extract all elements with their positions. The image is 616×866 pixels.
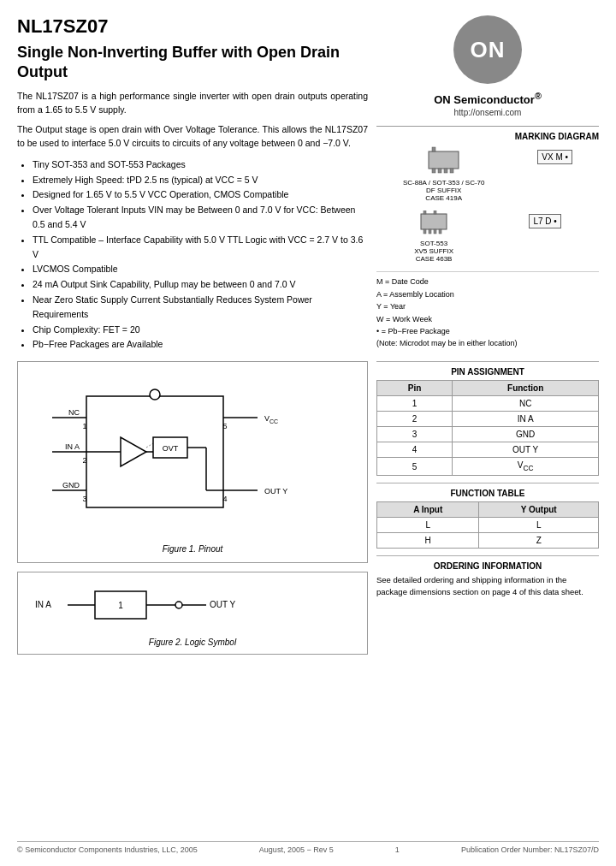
bullet-5: TTL Compatible – Interface Capability wi… <box>33 233 368 262</box>
description-2: The Output stage is open drain with Over… <box>17 123 368 151</box>
footer-date: August, 2005 − Rev 5 <box>259 845 334 854</box>
package-sot553-name: SOT-553 <box>420 240 447 247</box>
func-row-1-input: L <box>377 518 479 533</box>
svg-text:IN A: IN A <box>65 442 80 451</box>
marking-code-2: L7 D • <box>529 211 560 228</box>
marking-section: MARKING DIAGRAM <box>376 126 599 349</box>
company-website: http://onsemi.com <box>454 108 522 117</box>
bullet-1: Tiny SOT-353 and SOT-553 Packages <box>33 157 368 172</box>
table-row: L L <box>377 518 599 533</box>
part-number: NL17SZ07 <box>17 15 368 38</box>
bullet-8: Near Zero Static Supply Current Substant… <box>33 293 368 322</box>
svg-text:1: 1 <box>118 601 123 610</box>
pin-1-func: NC <box>453 396 599 412</box>
marking-title: MARKING DIAGRAM <box>376 132 599 141</box>
func-row-1-output: L <box>479 518 599 533</box>
pin-5-num: 5 <box>377 458 453 476</box>
svg-rect-1 <box>432 169 435 173</box>
func-row-2-input: H <box>377 533 479 549</box>
table-row: 2 IN A <box>377 412 599 427</box>
package-sc88: SC-88A / SOT-353 / SC-70 DF SUFFIX CASE … <box>403 146 485 202</box>
svg-rect-12 <box>434 211 436 214</box>
svg-text:OVT: OVT <box>163 444 179 453</box>
func-row-2-output: Z <box>479 533 599 549</box>
logic-symbol-diagram: IN A 1 OUT Y Figure 2. Logic Symbol <box>17 572 368 655</box>
svg-text:OUT Y: OUT Y <box>264 487 287 495</box>
pin-3-func: GND <box>453 427 599 442</box>
pin-3-num: 3 <box>377 427 453 442</box>
svg-rect-10 <box>439 229 441 234</box>
legend-line-5: • = Pb−Free Package <box>376 325 599 337</box>
youtput-col-header: Y Output <box>479 502 599 518</box>
pinout-svg: NC 1 IN A 2 GND 3 OUT Y 4 VCC <box>27 371 292 537</box>
table-row: 4 OUT Y <box>377 442 599 458</box>
bullet-6: LVCMOS Compatible <box>33 262 368 276</box>
svg-rect-7 <box>424 229 426 234</box>
svg-rect-3 <box>444 169 447 173</box>
page-footer: © Semiconductor Components Industries, L… <box>17 841 599 854</box>
function-table-title: FUNCTION TABLE <box>376 483 599 498</box>
package-sc88-suffix: DF SUFFIX <box>426 187 461 194</box>
marking-packages-2: SOT-553 XV5 SUFFIX CASE 463B L7 D • <box>376 211 599 263</box>
svg-rect-0 <box>429 151 459 169</box>
svg-text:2: 2 <box>82 456 86 465</box>
pinout-diagram: NC 1 IN A 2 GND 3 OUT Y 4 VCC <box>17 361 368 563</box>
on-semi-logo: ON <box>453 15 522 84</box>
svg-text:VCC: VCC <box>264 414 278 424</box>
ordering-text: See detailed ordering and shipping infor… <box>376 574 599 599</box>
pin-assignment-title: PIN ASSIGNMENT <box>376 361 599 377</box>
function-table: A Input Y Output L L H Z <box>376 501 599 549</box>
svg-text:4: 4 <box>222 495 227 503</box>
table-row: 5 VCC <box>377 458 599 476</box>
svg-rect-2 <box>438 169 441 173</box>
table-row: H Z <box>377 533 599 549</box>
package-sc88-case: CASE 419A <box>425 194 462 202</box>
legend-line-2: A = Assembly Location <box>376 288 599 300</box>
ainput-col-header: A Input <box>377 502 479 518</box>
pin-assignment-table: Pin Function 1 NC 2 IN A 3 GND <box>376 380 599 476</box>
bullet-9: Chip Complexity: FET = 20 <box>33 323 368 337</box>
pin-4-num: 4 <box>377 442 453 458</box>
legend-line-1: M = Date Code <box>376 276 599 288</box>
svg-rect-9 <box>434 229 436 234</box>
features-list: Tiny SOT-353 and SOT-553 Packages Extrem… <box>17 157 368 352</box>
svg-rect-4 <box>450 169 453 173</box>
part-title: Single Non-Inverting Buffer with Open Dr… <box>17 43 368 83</box>
package-sot553: SOT-553 XV5 SUFFIX CASE 463B <box>414 211 453 263</box>
footer-copyright: © Semiconductor Components Industries, L… <box>17 845 198 854</box>
legend-line-4: W = Work Week <box>376 313 599 325</box>
sc88-package-drawing <box>424 146 463 175</box>
table-row: 1 NC <box>377 396 599 412</box>
marking-code-box-2: L7 D • <box>529 214 560 228</box>
svg-point-29 <box>150 389 160 400</box>
svg-text:GND: GND <box>62 481 80 489</box>
package-sot553-suffix: XV5 SUFFIX <box>414 247 453 255</box>
marking-code-1: VX M • <box>537 146 572 164</box>
pin-4-func: OUT Y <box>453 442 599 458</box>
footer-publication: Publication Order Number: NL17SZ07/D <box>461 845 599 854</box>
legend-line-6: (Note: Microdot may be in either locatio… <box>376 337 599 349</box>
logic-symbol-title: Figure 2. Logic Symbol <box>27 638 358 647</box>
pin-2-num: 2 <box>377 412 453 427</box>
on-logo-text: ON <box>471 37 506 63</box>
svg-rect-6 <box>421 214 447 229</box>
logic-symbol-svg: IN A 1 OUT Y <box>27 579 275 631</box>
svg-point-44 <box>175 602 182 608</box>
sot553-package-drawing <box>418 211 450 236</box>
svg-text:5: 5 <box>222 422 227 430</box>
svg-rect-5 <box>432 147 435 151</box>
bullet-10: Pb−Free Packages are Available <box>33 337 368 352</box>
svg-rect-11 <box>424 211 426 214</box>
bullet-2: Extremely High Speed: tPD 2.5 ns (typica… <box>33 173 368 187</box>
pin-2-func: IN A <box>453 412 599 427</box>
company-name: ON Semiconductor® <box>434 91 542 106</box>
package-sot553-case: CASE 463B <box>416 255 453 263</box>
bullet-7: 24 mA Output Sink Capability, Pullup may… <box>33 277 368 292</box>
description-1: The NL17SZ07 is a high performance singl… <box>17 90 368 117</box>
pin-col-header: Pin <box>377 381 453 396</box>
bullet-3: Designed for 1.65 V to 5.5 V VCC Operati… <box>33 187 368 202</box>
svg-text:OUT Y: OUT Y <box>210 600 236 609</box>
ordering-section: ORDERING INFORMATION See detailed orderi… <box>376 555 599 599</box>
table-row: 3 GND <box>377 427 599 442</box>
ordering-title: ORDERING INFORMATION <box>376 561 599 571</box>
